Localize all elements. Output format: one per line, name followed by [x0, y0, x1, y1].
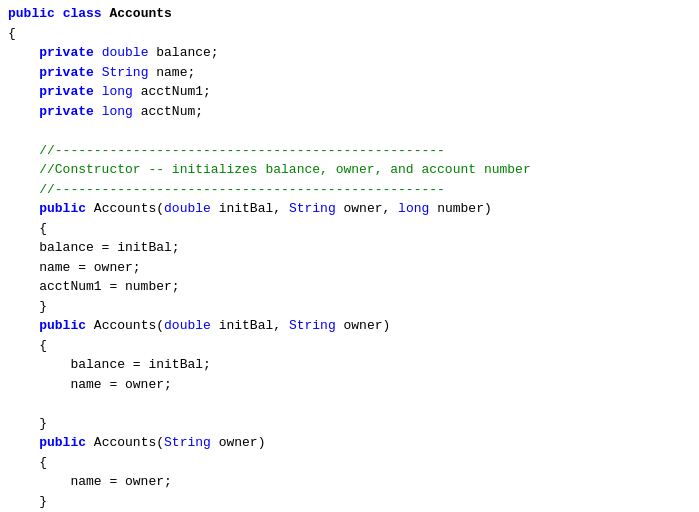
code-line: //Constructor -- initializes balance, ow…: [0, 160, 699, 180]
code-line: public class Accounts: [0, 4, 699, 24]
code-line: private long acctNum;: [0, 102, 699, 122]
code-line: [0, 121, 699, 141]
code-line: }: [0, 492, 699, 512]
code-line: {: [0, 219, 699, 239]
code-line: //--------------------------------------…: [0, 180, 699, 200]
code-line: balance = initBal;: [0, 355, 699, 375]
code-line: }: [0, 297, 699, 317]
code-line: name = owner;: [0, 375, 699, 395]
code-line: private long acctNum1;: [0, 82, 699, 102]
code-line: {: [0, 336, 699, 356]
code-line: name = owner;: [0, 258, 699, 278]
code-line: private String name;: [0, 63, 699, 83]
code-line: balance = initBal;: [0, 238, 699, 258]
code-line: acctNum1 = number;: [0, 277, 699, 297]
code-line: [0, 394, 699, 414]
code-line: }: [0, 414, 699, 434]
code-line: public Accounts(String owner): [0, 433, 699, 453]
code-line: //--------------------------------------…: [0, 141, 699, 161]
code-line: {: [0, 24, 699, 44]
code-editor: public class Accounts{ private double ba…: [0, 0, 699, 512]
code-line: name = owner;: [0, 472, 699, 492]
code-line: {: [0, 453, 699, 473]
code-line: private double balance;: [0, 43, 699, 63]
code-line: public Accounts(double initBal, String o…: [0, 199, 699, 219]
code-line: public Accounts(double initBal, String o…: [0, 316, 699, 336]
